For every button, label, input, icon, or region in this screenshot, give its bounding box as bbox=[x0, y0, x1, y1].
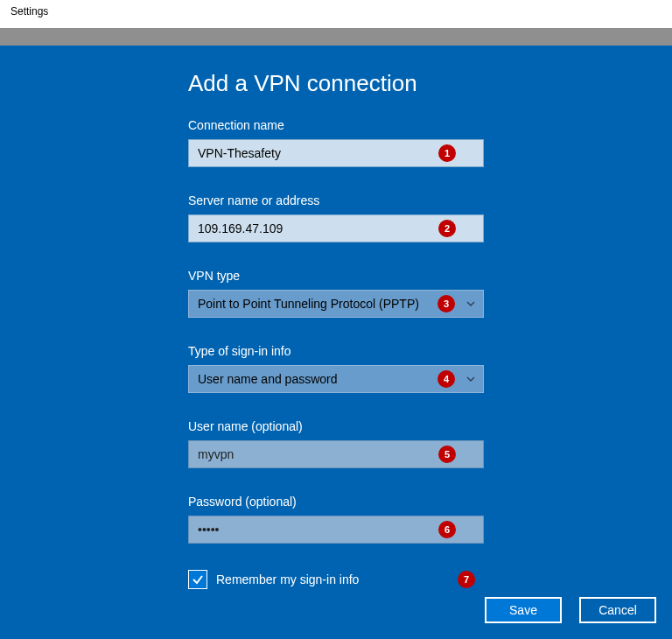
vpn-type-label: VPN type bbox=[188, 269, 672, 283]
check-icon bbox=[191, 572, 205, 586]
chevron-down-icon bbox=[466, 374, 476, 384]
username-input-wrap: 5 bbox=[188, 440, 484, 468]
cancel-button[interactable]: Cancel bbox=[579, 597, 656, 623]
connection-name-input-wrap: 1 bbox=[188, 139, 484, 167]
page-heading: Add a VPN connection bbox=[188, 70, 672, 97]
remember-checkbox[interactable] bbox=[188, 570, 207, 589]
password-input-wrap: 6 bbox=[188, 516, 484, 544]
annotation-badge-6: 6 bbox=[438, 521, 456, 538]
annotation-badge-7: 7 bbox=[458, 571, 475, 588]
server-input-wrap: 2 bbox=[188, 214, 484, 242]
annotation-badge-2: 2 bbox=[438, 220, 456, 237]
separator-bar bbox=[0, 28, 672, 46]
save-button[interactable]: Save bbox=[485, 597, 562, 623]
signin-type-dropdown[interactable]: User name and password 4 bbox=[188, 365, 484, 393]
vpn-type-value: Point to Point Tunneling Protocol (PPTP) bbox=[198, 297, 419, 311]
field-connection-name: Connection name 1 bbox=[188, 118, 672, 167]
annotation-badge-3: 3 bbox=[438, 295, 455, 312]
button-row: Save Cancel bbox=[485, 597, 656, 623]
vpn-type-dropdown[interactable]: Point to Point Tunneling Protocol (PPTP)… bbox=[188, 290, 484, 318]
annotation-badge-4: 4 bbox=[438, 370, 455, 388]
vpn-type-wrap: Point to Point Tunneling Protocol (PPTP)… bbox=[188, 290, 484, 318]
password-label: Password (optional) bbox=[188, 495, 672, 509]
remember-label: Remember my sign-in info bbox=[216, 572, 359, 586]
remember-row: Remember my sign-in info 7 bbox=[188, 570, 484, 589]
chevron-down-icon bbox=[466, 298, 476, 309]
signin-type-value: User name and password bbox=[198, 372, 338, 386]
field-vpn-type: VPN type Point to Point Tunneling Protoc… bbox=[188, 269, 672, 318]
window-titlebar: Settings bbox=[0, 0, 672, 28]
window-title: Settings bbox=[10, 5, 48, 18]
connection-name-label: Connection name bbox=[188, 118, 672, 132]
field-signin-type: Type of sign-in info User name and passw… bbox=[188, 344, 672, 393]
server-label: Server name or address bbox=[188, 193, 672, 207]
field-username: User name (optional) 5 bbox=[188, 419, 672, 468]
signin-type-wrap: User name and password 4 bbox=[188, 365, 484, 393]
annotation-badge-5: 5 bbox=[438, 446, 456, 463]
vpn-panel: Add a VPN connection Connection name 1 S… bbox=[0, 46, 672, 639]
field-password: Password (optional) 6 bbox=[188, 495, 672, 544]
annotation-badge-1: 1 bbox=[438, 144, 456, 162]
username-label: User name (optional) bbox=[188, 419, 672, 433]
field-server: Server name or address 2 bbox=[188, 193, 672, 242]
save-button-label: Save bbox=[509, 603, 537, 617]
signin-type-label: Type of sign-in info bbox=[188, 344, 672, 358]
cancel-button-label: Cancel bbox=[598, 603, 637, 617]
